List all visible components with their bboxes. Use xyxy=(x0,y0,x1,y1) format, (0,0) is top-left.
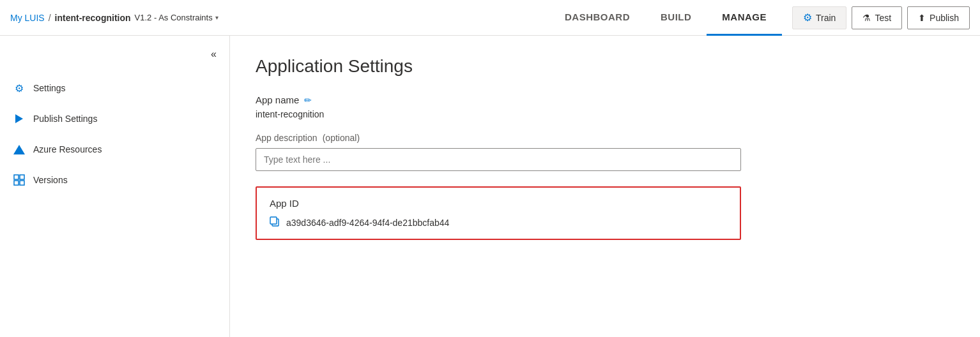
sidebar-item-azure-resources[interactable]: Azure Resources xyxy=(0,134,229,165)
page-title: Application Settings xyxy=(256,56,954,77)
app-id-box: App ID a39d3646-adf9-4264-94f4-de21bbcfa… xyxy=(256,186,741,240)
header-right: ⚙ Train ⚗ Test ⬆ Publish xyxy=(792,6,970,29)
train-button[interactable]: ⚙ Train xyxy=(792,6,846,29)
sidebar-item-publish-settings[interactable]: Publish Settings xyxy=(0,103,229,134)
breadcrumb-separator: / xyxy=(49,13,51,23)
sidebar-collapse-button[interactable]: « xyxy=(208,46,219,63)
content-area: Application Settings App name ✏ intent-r… xyxy=(230,36,980,337)
breadcrumb-home-link[interactable]: My LUIS xyxy=(10,13,45,23)
edit-app-name-icon[interactable]: ✏ xyxy=(304,95,312,105)
sidebar-item-settings[interactable]: ⚙ Settings xyxy=(0,73,229,103)
sidebar-item-versions[interactable]: Versions xyxy=(0,165,229,195)
svg-rect-0 xyxy=(14,175,19,179)
flask-icon: ⚗ xyxy=(862,13,871,23)
svg-rect-2 xyxy=(14,181,19,185)
copy-app-id-icon[interactable] xyxy=(270,216,280,228)
header-nav: DASHBOARD BUILD MANAGE xyxy=(549,0,782,35)
app-id-text: a39d3646-adf9-4264-94f4-de21bbcfab44 xyxy=(286,218,449,228)
publish-icon: ⬆ xyxy=(918,13,926,23)
app-name-label: App name ✏ xyxy=(256,94,954,105)
app-description-label: App description (optional) xyxy=(256,132,954,143)
app-id-label: App ID xyxy=(270,198,727,209)
breadcrumb: My LUIS / intent-recognition V1.2 - As C… xyxy=(10,13,218,23)
breadcrumb-app-name: intent-recognition xyxy=(55,13,131,23)
app-name-value: intent-recognition xyxy=(256,109,954,119)
tab-build[interactable]: BUILD xyxy=(645,0,707,36)
main-layout: « ⚙ Settings Publish Settings Azure Reso… xyxy=(0,36,980,337)
gear-icon: ⚙ xyxy=(803,11,812,24)
tab-manage[interactable]: MANAGE xyxy=(707,0,782,36)
app-id-value-row: a39d3646-adf9-4264-94f4-de21bbcfab44 xyxy=(270,216,727,228)
sidebar-collapse-area: « xyxy=(0,41,229,73)
versions-icon xyxy=(13,174,26,186)
breadcrumb-version[interactable]: V1.2 - As Constraints ▾ xyxy=(135,13,218,22)
play-icon xyxy=(13,112,26,125)
tab-dashboard[interactable]: DASHBOARD xyxy=(549,0,645,36)
publish-button[interactable]: ⬆ Publish xyxy=(907,6,970,29)
header: My LUIS / intent-recognition V1.2 - As C… xyxy=(0,0,980,36)
svg-rect-5 xyxy=(270,217,277,224)
app-description-input[interactable] xyxy=(256,148,741,171)
chevron-down-icon: ▾ xyxy=(215,14,218,21)
test-button[interactable]: ⚗ Test xyxy=(852,6,902,29)
sidebar: « ⚙ Settings Publish Settings Azure Reso… xyxy=(0,36,230,337)
header-left: My LUIS / intent-recognition V1.2 - As C… xyxy=(10,13,549,23)
azure-icon xyxy=(13,143,26,156)
gear-icon: ⚙ xyxy=(13,82,26,94)
svg-rect-3 xyxy=(20,181,24,185)
svg-rect-1 xyxy=(20,175,24,179)
